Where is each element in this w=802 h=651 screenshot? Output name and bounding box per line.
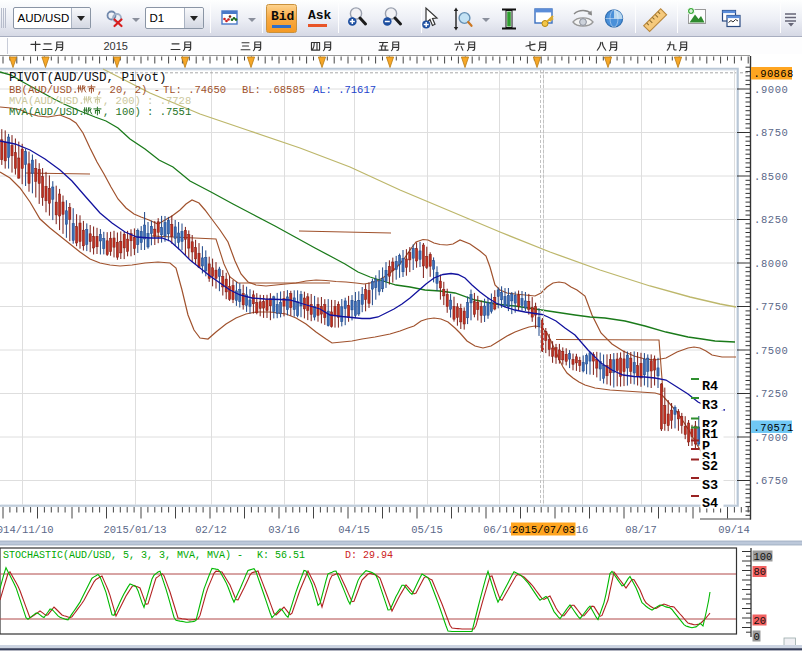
svg-text:R4: R4: [702, 379, 718, 394]
svg-text:BL: .68585: BL: .68585: [242, 84, 305, 96]
svg-text:06/16: 06/16: [483, 524, 515, 536]
svg-text:, 100) : .7551: , 100) : .7551: [103, 106, 191, 118]
svg-text:.9000: .9000: [754, 84, 789, 96]
svg-text:100: 100: [754, 551, 773, 563]
svg-text:0: 0: [754, 631, 760, 643]
svg-text:STOCHASTIC(AUD/USD, 5, 3, 3, M: STOCHASTIC(AUD/USD, 5, 3, 3, MVA, MVA) -: [3, 550, 243, 561]
svg-text:.7750: .7750: [754, 301, 789, 313]
svg-text:AL: .71617: AL: .71617: [313, 84, 376, 96]
svg-text:2015/01/13: 2015/01/13: [104, 524, 167, 536]
svg-text:D: 29.94: D: 29.94: [345, 550, 393, 561]
svg-text:MVA(AUD/USD.: MVA(AUD/USD.: [9, 106, 85, 118]
svg-text:K: 56.51: K: 56.51: [257, 550, 305, 561]
svg-text:.70571: .70571: [754, 422, 794, 434]
svg-text:R3: R3: [702, 398, 718, 413]
svg-text:PIVOT(AUD/USD, Pivot): PIVOT(AUD/USD, Pivot): [9, 71, 167, 85]
svg-text:S3: S3: [702, 478, 718, 493]
svg-text:20: 20: [754, 615, 767, 627]
svg-text:.8500: .8500: [754, 171, 789, 183]
svg-text:.7500: .7500: [754, 345, 789, 357]
svg-text:04/15: 04/15: [338, 524, 370, 536]
svg-text:02/12: 02/12: [195, 524, 227, 536]
svg-text:.90868: .90868: [754, 68, 794, 80]
svg-text:05/15: 05/15: [411, 524, 443, 536]
svg-text:S2: S2: [702, 459, 718, 474]
svg-text:2014/11/10: 2014/11/10: [0, 524, 54, 536]
svg-text:16: 16: [576, 524, 589, 536]
svg-text:.8750: .8750: [754, 127, 789, 139]
svg-text:.8250: .8250: [754, 214, 789, 226]
svg-text:03/16: 03/16: [268, 524, 300, 536]
svg-text:2015/07/03: 2015/07/03: [512, 524, 575, 536]
svg-text:80: 80: [754, 566, 767, 578]
svg-text:08/17: 08/17: [625, 524, 657, 536]
svg-text:S4: S4: [702, 496, 718, 511]
svg-text:09/14: 09/14: [718, 524, 750, 536]
svg-text:.6750: .6750: [754, 475, 789, 487]
svg-text:.8000: .8000: [754, 258, 789, 270]
svg-text:.7250: .7250: [754, 388, 789, 400]
